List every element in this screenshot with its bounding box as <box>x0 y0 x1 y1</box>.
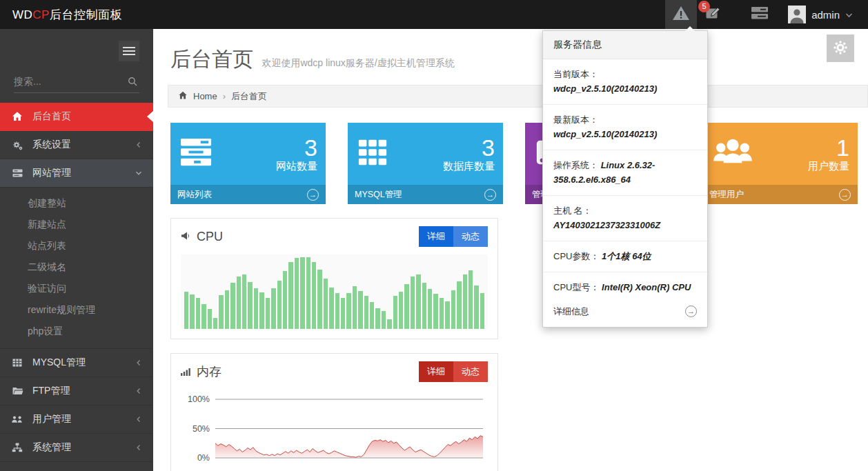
sidebar-item-2[interactable]: 网站管理 <box>0 159 153 188</box>
sidebar-item-1[interactable]: 系统设置 <box>0 131 153 159</box>
memory-dynamic-button[interactable]: 动态 <box>453 361 488 382</box>
servers-button[interactable] <box>744 0 776 29</box>
sidebar-subitem-4[interactable]: 验证访问 <box>0 278 153 299</box>
card-stats: 3数据库数量 <box>443 135 495 173</box>
cpu-bar <box>266 298 270 329</box>
users-icon <box>11 414 23 425</box>
cpu-chart <box>181 254 488 329</box>
page-header: 后台首页 欢迎使用wdcp linux服务器/虚拟主机管理系统 <box>153 29 868 85</box>
chevron-left-icon <box>135 416 142 423</box>
sidebar-item-label: MYSQL管理 <box>32 357 126 369</box>
stat-cards: 3网站数量网站列表→3数据库数量MYSQL管理→管理F→1用户数量管理用户→ <box>170 123 868 204</box>
topbar-actions: 5 admin <box>665 0 868 29</box>
brand-rest: 后台控制面板 <box>50 8 122 21</box>
sidebar-search <box>14 72 139 93</box>
server-info-popup: 服务器信息 当前版本： wdcp_v2.5.10(20140213)最新版本： … <box>542 30 708 328</box>
messages-button[interactable]: 5 <box>697 0 729 29</box>
info-value: AY140302123732331006Z <box>553 220 660 230</box>
sidebar-subitem-0[interactable]: 创建整站 <box>0 192 153 214</box>
cpu-bar <box>346 293 351 329</box>
alerts-button[interactable] <box>665 0 697 29</box>
cpu-bar <box>399 292 403 329</box>
sidebar-subitem-1[interactable]: 新建站点 <box>0 214 153 235</box>
home-icon <box>11 111 23 122</box>
username: admin <box>811 9 840 21</box>
info-value: wdcp_v2.5.10(20140213) <box>553 83 657 94</box>
cpu-bar <box>329 288 333 329</box>
memory-area <box>215 436 483 458</box>
stat-card-3[interactable]: 1用户数量管理用户→ <box>702 123 858 204</box>
card-footer-label: MYSQL管理 <box>355 189 402 201</box>
server-info-row-3: 主机 名： AY140302123732331006Z <box>543 196 707 241</box>
card-value: 1 <box>808 135 849 160</box>
cpu-bar <box>364 296 368 329</box>
signal-bars-icon <box>181 365 191 379</box>
card-value: 3 <box>276 135 317 160</box>
info-value: 1个1核 64位 <box>602 251 651 261</box>
cpu-bar <box>370 302 374 329</box>
card-footer-label: 网站列表 <box>177 189 212 201</box>
sidebar-item-5[interactable]: 用户管理 <box>0 405 153 434</box>
cpu-buttons: 详细 动态 <box>419 226 488 247</box>
sidebar-item-0[interactable]: 后台首页 <box>0 103 153 131</box>
cpu-bar <box>242 274 246 329</box>
cpu-bar <box>468 270 473 329</box>
stat-card-0[interactable]: 3网站数量网站列表→ <box>170 123 326 204</box>
brand-wd: WD <box>12 8 32 21</box>
cpu-bar <box>463 274 467 329</box>
cpu-bar <box>433 294 437 329</box>
user-menu[interactable]: admin <box>788 6 868 23</box>
sitemap-icon <box>11 442 23 453</box>
cpu-bar <box>404 284 408 329</box>
sidebar-item-4[interactable]: FTP管理 <box>0 377 153 405</box>
cpu-bar <box>317 270 322 329</box>
cpu-dynamic-button[interactable]: 动态 <box>453 226 488 247</box>
sidebar-submenu: 创建整站新建站点站点列表二级域名验证访问rewrite规则管理php设置 <box>0 188 153 349</box>
arrow-circle-icon: → <box>839 189 851 201</box>
cpu-panel: CPU 详细 动态 <box>170 218 498 339</box>
card-footer-link[interactable]: 网站列表→ <box>170 185 326 204</box>
memory-panel-header: 内存 详细 动态 <box>171 354 497 388</box>
gear-icon <box>832 39 849 58</box>
server-info-detail-link[interactable]: 详细信息→ <box>553 304 697 319</box>
sidebar-item-6[interactable]: 系统管理 <box>0 434 153 462</box>
stat-card-1[interactable]: 3数据库数量MYSQL管理→ <box>348 123 503 204</box>
sidebar-subitem-6[interactable]: php设置 <box>0 321 153 342</box>
card-stats: 1用户数量 <box>808 135 849 173</box>
cpu-bar <box>306 257 310 329</box>
search-input[interactable] <box>14 72 139 93</box>
info-label: 操作系统： <box>553 160 598 170</box>
sidebar-subitem-2[interactable]: 站点列表 <box>0 235 153 257</box>
y-tick-label: 0% <box>197 453 210 463</box>
y-tick-label: 50% <box>193 424 210 434</box>
cpu-bar <box>288 262 293 329</box>
cpu-bar <box>225 290 229 329</box>
card-body: 3数据库数量 <box>348 123 503 185</box>
memory-detail-button[interactable]: 详细 <box>419 361 453 382</box>
servers-icon <box>11 168 23 179</box>
popup-caret <box>685 26 695 31</box>
cpu-bar <box>201 304 206 329</box>
sidebar-collapse-button[interactable] <box>119 41 139 61</box>
breadcrumb-home[interactable]: Home <box>193 91 217 101</box>
sidebar-menu: 后台首页系统设置网站管理创建整站新建站点站点列表二级域名验证访问rewrite规… <box>0 103 153 462</box>
sidebar-item-label: 系统设置 <box>32 139 126 151</box>
cpu-bar <box>237 277 241 329</box>
cpu-bar <box>259 292 264 329</box>
cpu-bar <box>213 318 217 329</box>
card-label: 数据库数量 <box>443 160 495 173</box>
cpu-bar <box>353 286 357 329</box>
card-footer-link[interactable]: MYSQL管理→ <box>348 185 503 204</box>
users-group-icon <box>711 137 755 171</box>
card-footer-link[interactable]: 管理用户→ <box>702 185 858 204</box>
server-info-row-4: CPU参数： 1个1核 64位 <box>543 241 707 272</box>
sidebar-item-3[interactable]: MYSQL管理 <box>0 349 153 377</box>
cpu-detail-button[interactable]: 详细 <box>419 226 453 247</box>
server-list-icon <box>751 6 769 23</box>
settings-button[interactable] <box>827 34 854 62</box>
sidebar-subitem-3[interactable]: 二级域名 <box>0 257 153 278</box>
cpu-bar <box>335 293 339 329</box>
app-root: WDCP后台控制面板 5 admin 后台 <box>0 0 868 471</box>
card-value: 3 <box>443 135 495 160</box>
sidebar-subitem-5[interactable]: rewrite规则管理 <box>0 299 153 321</box>
